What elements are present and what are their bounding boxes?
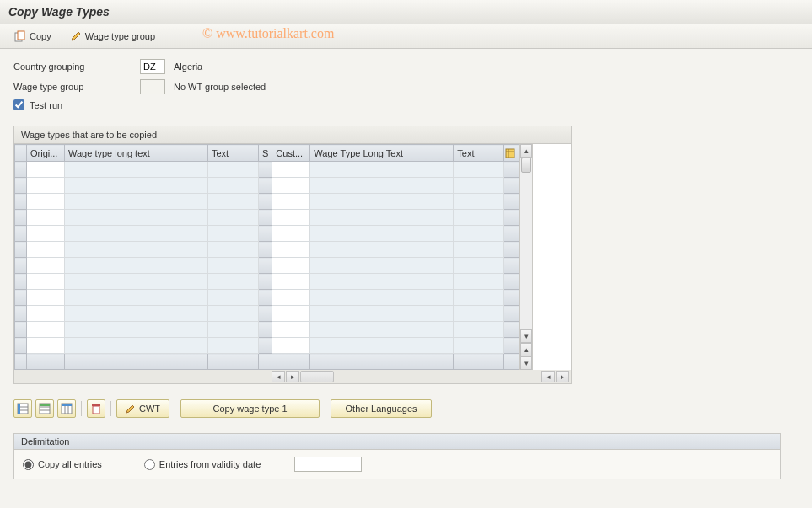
divider bbox=[175, 401, 175, 416]
table-row[interactable] bbox=[15, 242, 519, 258]
col-config[interactable] bbox=[504, 145, 519, 162]
hscroll-left-button2[interactable]: ◂ bbox=[541, 371, 555, 382]
table-row[interactable] bbox=[15, 258, 519, 274]
other-languages-button[interactable]: Other Languages bbox=[331, 399, 432, 418]
divider bbox=[325, 401, 325, 416]
other-langs-label: Other Languages bbox=[346, 404, 417, 414]
svg-rect-16 bbox=[62, 404, 72, 406]
wage-types-panel: Wage types that are to be copied Origi..… bbox=[13, 126, 572, 384]
table-row[interactable] bbox=[15, 210, 519, 226]
table-row[interactable] bbox=[15, 274, 519, 290]
button-grid1[interactable] bbox=[13, 399, 32, 418]
copy-wage-type-1-button[interactable]: Copy wage type 1 bbox=[180, 399, 320, 418]
table-row[interactable] bbox=[15, 322, 519, 338]
copy-icon bbox=[14, 30, 26, 42]
test-run-checkbox[interactable] bbox=[13, 99, 24, 110]
svg-rect-1 bbox=[18, 31, 24, 40]
table-row[interactable] bbox=[15, 178, 519, 194]
button-delete[interactable] bbox=[87, 399, 105, 418]
copy-label: Copy bbox=[30, 31, 51, 41]
svg-rect-2 bbox=[506, 149, 514, 158]
hscroll-right-button[interactable]: ▸ bbox=[286, 371, 299, 382]
test-run-label: Test run bbox=[30, 100, 62, 110]
country-grouping-input[interactable] bbox=[140, 59, 165, 74]
copy-all-text: Copy all entries bbox=[38, 459, 102, 469]
svg-rect-17 bbox=[93, 406, 99, 414]
horizontal-scroll-row: ◂ ▸ ◂ ▸ bbox=[14, 370, 571, 383]
wage-type-group-row: Wage type group No WT group selected bbox=[13, 79, 799, 94]
divider bbox=[110, 401, 111, 416]
svg-rect-12 bbox=[40, 404, 50, 406]
validity-date-input[interactable] bbox=[294, 457, 362, 472]
table-row[interactable] bbox=[15, 194, 519, 210]
hscroll-left-button[interactable]: ◂ bbox=[272, 371, 285, 382]
cwt-label: CWT bbox=[139, 404, 160, 414]
watermark: © www.tutorialkart.com bbox=[202, 26, 334, 41]
svg-rect-8 bbox=[18, 404, 20, 414]
table-row[interactable] bbox=[15, 162, 519, 178]
page-title: Copy Wage Types bbox=[0, 0, 812, 24]
delimitation-panel: Delimitation Copy all entries Entries fr… bbox=[13, 433, 781, 479]
entries-from-radio[interactable] bbox=[144, 459, 155, 470]
wage-type-group-label: Wage type group bbox=[13, 82, 140, 92]
country-grouping-row: Country grouping Algeria bbox=[13, 59, 799, 74]
button-row: CWT Copy wage type 1 Other Languages bbox=[13, 399, 799, 418]
copy-button[interactable]: Copy bbox=[8, 28, 57, 45]
cwt-button[interactable]: CWT bbox=[116, 399, 169, 418]
scroll-down-button2[interactable]: ▾ bbox=[520, 356, 532, 370]
entries-from-text: Entries from validity date bbox=[159, 459, 261, 469]
toolbar: Copy Wage type group © www.tutorialkart.… bbox=[0, 24, 812, 49]
col-s[interactable]: S bbox=[259, 145, 272, 162]
table-body bbox=[15, 162, 519, 370]
country-grouping-text: Algeria bbox=[174, 61, 202, 72]
copy-all-radio[interactable] bbox=[23, 459, 34, 470]
scroll-up-button2[interactable]: ▴ bbox=[520, 343, 532, 356]
hscroll-right-button2[interactable]: ▸ bbox=[556, 371, 569, 382]
copy-wt1-label: Copy wage type 1 bbox=[213, 404, 288, 414]
col-origi[interactable]: Origi... bbox=[27, 145, 65, 162]
col-long-text2[interactable]: Wage Type Long Text bbox=[310, 145, 454, 162]
copy-all-radio-label[interactable]: Copy all entries bbox=[23, 459, 102, 470]
col-text2[interactable]: Text bbox=[454, 145, 504, 162]
hscroll-track[interactable] bbox=[300, 371, 334, 382]
test-run-row: Test run bbox=[13, 99, 799, 110]
pencil-icon bbox=[126, 404, 136, 414]
wage-types-table: Origi... Wage type long text Text S Cust… bbox=[14, 144, 519, 370]
delimitation-header: Delimitation bbox=[14, 434, 780, 450]
wage-types-panel-header: Wage types that are to be copied bbox=[14, 126, 571, 144]
button-grid2[interactable] bbox=[35, 399, 54, 418]
table-row[interactable] bbox=[15, 290, 519, 306]
scroll-thumb[interactable] bbox=[521, 158, 531, 173]
content-area: Country grouping Algeria Wage type group… bbox=[0, 49, 812, 489]
wage-type-group-button[interactable]: Wage type group bbox=[64, 28, 161, 45]
table-row[interactable] bbox=[15, 226, 519, 242]
svg-rect-18 bbox=[92, 404, 100, 406]
wage-type-group-input[interactable] bbox=[140, 79, 165, 94]
wage-group-label: Wage type group bbox=[85, 31, 155, 41]
entries-from-radio-label[interactable]: Entries from validity date bbox=[144, 459, 261, 470]
col-long-text1[interactable]: Wage type long text bbox=[65, 145, 208, 162]
scroll-down-button[interactable]: ▾ bbox=[520, 329, 532, 343]
scroll-up-button[interactable]: ▴ bbox=[520, 144, 532, 158]
table-row[interactable] bbox=[15, 306, 519, 322]
table-footer-row bbox=[15, 354, 519, 370]
vertical-scrollbar[interactable]: ▴ ▾ ▴ ▾ bbox=[519, 144, 533, 370]
table-row[interactable] bbox=[15, 338, 519, 354]
col-text1[interactable]: Text bbox=[208, 145, 259, 162]
wage-type-group-text: No WT group selected bbox=[174, 82, 266, 92]
button-grid3[interactable] bbox=[57, 399, 76, 418]
divider bbox=[81, 401, 82, 416]
country-grouping-label: Country grouping bbox=[13, 61, 140, 72]
col-cust[interactable]: Cust... bbox=[272, 145, 310, 162]
pencil-icon bbox=[70, 30, 82, 42]
